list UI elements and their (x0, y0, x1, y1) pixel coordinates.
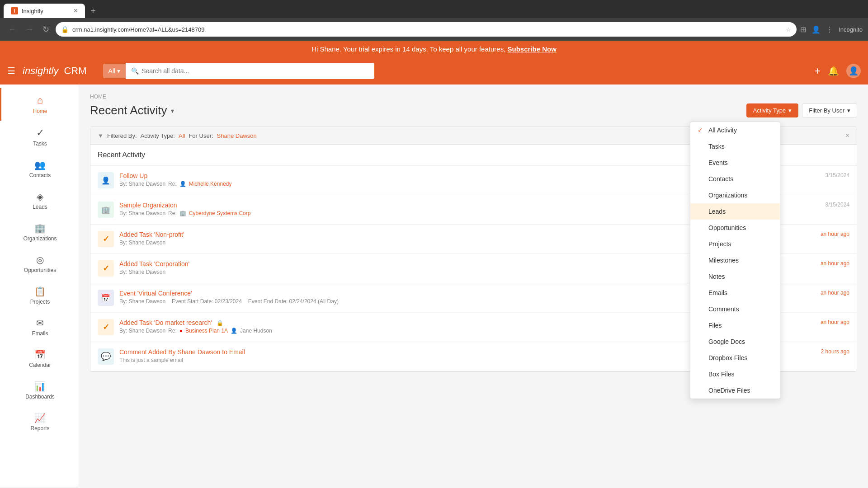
activity-title-link[interactable]: Added Task 'Do market research' (119, 319, 212, 326)
page-title: Recent Activity ▾ (90, 103, 174, 117)
dropdown-item-label: Box Files (708, 371, 735, 378)
address-text: crm.na1.insightly.com/Home?af=ALL&us=214… (72, 26, 782, 33)
dropdown-item-tasks[interactable]: Tasks (690, 138, 780, 155)
sidebar-item-tasks[interactable]: ✓ Tasks (0, 121, 79, 153)
dropdown-item-notes[interactable]: Notes (690, 268, 780, 285)
activity-type-filter-value: All (179, 132, 185, 139)
dropdown-item-onedrive-files[interactable]: OneDrive Files (690, 382, 780, 399)
organizations-icon: 🏢 (34, 223, 46, 234)
hamburger-menu-button[interactable]: ☰ (7, 66, 15, 76)
activity-re-link[interactable]: Cyberdyne Systems Corp (189, 210, 251, 216)
active-tab[interactable]: I Insightly × (4, 4, 85, 18)
activity-type-button[interactable]: Activity Type ▾ (746, 103, 799, 117)
search-dropdown-arrow: ▾ (117, 67, 120, 75)
subscribe-link[interactable]: Subscribe Now (507, 45, 556, 53)
dropdown-item-leads[interactable]: Leads (690, 203, 780, 220)
activity-time: an hour ago (804, 260, 849, 267)
dropdown-item-google-docs[interactable]: Google Docs (690, 333, 780, 350)
sidebar: ⌂ Home ✓ Tasks 👥 Contacts ◈ Leads 🏢 Orga… (0, 84, 79, 487)
user-avatar[interactable]: 👤 (846, 64, 861, 78)
dropdown-item-dropbox-files[interactable]: Dropbox Files (690, 350, 780, 366)
activity-re-link[interactable]: Michelle Kennedy (189, 181, 232, 187)
activity-time: an hour ago (804, 319, 849, 325)
sidebar-item-home[interactable]: ⌂ Home (0, 88, 79, 121)
activity-date: 3/15/2024 (826, 202, 849, 208)
dropdown-item-milestones[interactable]: Milestones (690, 252, 780, 268)
settings-icon[interactable]: ⋮ (826, 25, 833, 34)
sidebar-item-reports-label: Reports (30, 425, 49, 432)
dropdown-item-label: Comments (708, 305, 739, 313)
sidebar-item-reports[interactable]: 📈 Reports (0, 406, 79, 438)
event-end-date: Event End Date: 02/24/2024 (All Day) (248, 298, 339, 305)
dropdown-item-all-activity[interactable]: ✓ All Activity (690, 122, 780, 138)
header-actions: Activity Type ▾ Filter By User ▾ ✓ All A… (746, 103, 857, 117)
activity-by: By: Shane Dawson (119, 269, 165, 275)
close-filter-button[interactable]: × (845, 131, 849, 140)
activity-title-link[interactable]: Added Task 'Non-profit' (119, 231, 184, 238)
sidebar-item-emails[interactable]: ✉ Emails (0, 311, 79, 343)
dropdown-item-organizations[interactable]: Organizations (690, 187, 780, 203)
dropdown-item-label: All Activity (708, 127, 737, 134)
sidebar-item-dashboards-label: Dashboards (25, 394, 55, 400)
new-tab-button[interactable]: + (85, 4, 101, 18)
dropdown-item-emails[interactable]: Emails (690, 285, 780, 301)
tab-title: Insightly (22, 8, 43, 14)
re-prefix: Re: (168, 210, 177, 216)
add-button[interactable]: + (814, 65, 821, 77)
dropdown-item-label: Files (708, 322, 722, 329)
tab-close-button[interactable]: × (74, 7, 78, 15)
profile-icon[interactable]: 👤 (811, 25, 821, 34)
dropdown-item-label: Organizations (708, 192, 747, 199)
dropdown-item-projects[interactable]: Projects (690, 236, 780, 252)
extensions-icon[interactable]: ⊞ (800, 25, 806, 34)
activity-title-link[interactable]: Event 'Virtual Conference' (119, 290, 192, 297)
trial-banner: Hi Shane. Your trial expires in 14 days.… (0, 41, 868, 57)
activity-icon-task: ✓ (98, 260, 114, 277)
sidebar-item-leads[interactable]: ◈ Leads (0, 185, 79, 216)
dropdown-item-comments[interactable]: Comments (690, 301, 780, 317)
forward-button[interactable]: → (23, 23, 36, 36)
nav-bar: ← → ↻ 🔒 crm.na1.insightly.com/Home?af=AL… (0, 18, 868, 41)
activity-icon-org: 🏢 (98, 202, 114, 218)
filter-by-user-button[interactable]: Filter By User ▾ (802, 103, 857, 117)
sidebar-item-organizations[interactable]: 🏢 Organizations (0, 216, 79, 248)
calendar-icon: 📅 (34, 349, 46, 360)
refresh-button[interactable]: ↻ (40, 23, 52, 36)
dropdown-item-label: Notes (708, 273, 725, 280)
reports-icon: 📈 (34, 413, 46, 423)
browser-nav-icons: ⊞ 👤 ⋮ Incognito (800, 25, 863, 34)
sidebar-item-projects[interactable]: 📋 Projects (0, 280, 79, 311)
dropdown-item-files[interactable]: Files (690, 317, 780, 333)
dropdown-item-events[interactable]: Events (690, 155, 780, 171)
filter-icon: ▼ (98, 132, 104, 139)
tab-favicon: I (11, 7, 18, 14)
dropdown-item-box-files[interactable]: Box Files (690, 366, 780, 382)
activity-icon-task: ✓ (98, 319, 114, 335)
activity-re-link[interactable]: Business Plan 1A (185, 328, 228, 334)
dropdown-item-contacts[interactable]: Contacts (690, 171, 780, 187)
activity-by: This is just a sample email (119, 357, 183, 363)
search-all-dropdown[interactable]: All ▾ (103, 64, 126, 78)
dropdown-item-label: OneDrive Files (708, 387, 750, 394)
header-icons: + 🔔 👤 (814, 64, 861, 78)
person-icon2: 👤 (231, 328, 237, 334)
activity-title-link[interactable]: Added Task 'Corporation' (119, 260, 189, 267)
activity-title-link[interactable]: Follow Up (119, 172, 147, 179)
person-icon: 👤 (179, 181, 186, 187)
activity-title-link[interactable]: Sample Organizaton (119, 202, 177, 209)
sidebar-item-calendar[interactable]: 📅 Calendar (0, 343, 79, 375)
sidebar-item-projects-label: Projects (30, 299, 50, 305)
sidebar-item-dashboards[interactable]: 📊 Dashboards (0, 375, 79, 406)
address-bar[interactable]: 🔒 crm.na1.insightly.com/Home?af=ALL&us=2… (56, 22, 797, 37)
search-input[interactable] (142, 67, 368, 75)
re-prefix: Re: (168, 181, 177, 187)
dropdown-item-opportunities[interactable]: Opportunities (690, 220, 780, 236)
page-title-dropdown-arrow[interactable]: ▾ (171, 107, 174, 114)
activity-title-link[interactable]: Comment Added By Shane Dawson to Email (119, 348, 245, 356)
sidebar-item-opportunities[interactable]: ◎ Opportunities (0, 248, 79, 280)
notifications-bell-icon[interactable]: 🔔 (828, 66, 839, 76)
back-button[interactable]: ← (5, 23, 19, 36)
for-user-value: Shane Dawson (217, 132, 257, 139)
main-layout: ⌂ Home ✓ Tasks 👥 Contacts ◈ Leads 🏢 Orga… (0, 84, 868, 487)
sidebar-item-contacts[interactable]: 👥 Contacts (0, 153, 79, 185)
